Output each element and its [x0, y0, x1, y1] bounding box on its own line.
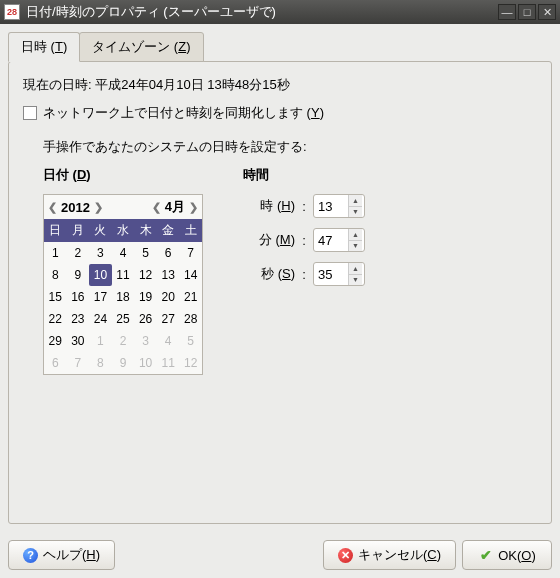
help-button[interactable]: ? ヘルプ(H)	[8, 540, 115, 570]
current-datetime-value: 平成24年04月10日 13時48分15秒	[95, 77, 289, 92]
cancel-button[interactable]: ✕ キャンセル(C)	[323, 540, 456, 570]
calendar-day[interactable]: 21	[179, 286, 202, 308]
tab-timezone[interactable]: タイムゾーン (Z)	[79, 32, 203, 62]
calendar-day[interactable]: 7	[179, 242, 202, 264]
titlebar-buttons: — □ ✕	[498, 4, 556, 20]
calendar-day[interactable]: 8	[89, 352, 112, 374]
calendar-day[interactable]: 13	[157, 264, 180, 286]
second-spinbox[interactable]: ▲ ▼	[313, 262, 365, 286]
hour-spinbox[interactable]: ▲ ▼	[313, 194, 365, 218]
minute-input[interactable]	[314, 229, 348, 251]
calendar: ❮ 2012 ❯ ❮ 4月 ❯ 日月火水木金土1234567	[43, 194, 203, 375]
calendar-day[interactable]: 3	[134, 330, 157, 352]
manual-label: 手操作であなたのシステムの日時を設定する:	[43, 138, 537, 156]
calendar-day[interactable]: 1	[89, 330, 112, 352]
calendar-day[interactable]: 6	[44, 352, 67, 374]
manual-section: 手操作であなたのシステムの日時を設定する: 日付 (D) ❮ 2012 ❯	[23, 138, 537, 375]
minute-down-button[interactable]: ▼	[349, 241, 362, 252]
titlebar: 28 日付/時刻のプロパティ (スーパーユーザで) — □ ✕	[0, 0, 560, 24]
calendar-day[interactable]: 20	[157, 286, 180, 308]
minute-up-button[interactable]: ▲	[349, 229, 362, 241]
calendar-day[interactable]: 4	[157, 330, 180, 352]
date-column: 日付 (D) ❮ 2012 ❯ ❮ 4月	[43, 166, 203, 375]
hour-down-button[interactable]: ▼	[349, 207, 362, 218]
second-label: 秒 (S)	[243, 265, 295, 283]
tab-datetime-label: 日時 (T)	[21, 39, 67, 54]
tab-datetime[interactable]: 日時 (T)	[8, 32, 80, 62]
sync-checkbox[interactable]	[23, 106, 37, 120]
calendar-day[interactable]: 10	[89, 264, 112, 286]
app-icon: 28	[4, 4, 20, 20]
minute-row: 分 (M) : ▲ ▼	[243, 228, 365, 252]
calendar-day[interactable]: 11	[112, 264, 135, 286]
weekday-header: 火	[89, 219, 112, 242]
calendar-day[interactable]: 14	[179, 264, 202, 286]
hour-up-button[interactable]: ▲	[349, 195, 362, 207]
calendar-day[interactable]: 18	[112, 286, 135, 308]
tab-timezone-label: タイムゾーン (Z)	[92, 39, 190, 54]
hour-row: 時 (H) : ▲ ▼	[243, 194, 365, 218]
date-heading: 日付 (D)	[43, 166, 203, 184]
calendar-day[interactable]: 10	[134, 352, 157, 374]
cancel-icon: ✕	[338, 548, 353, 563]
weekday-header: 金	[157, 219, 180, 242]
minute-label: 分 (M)	[243, 231, 295, 249]
calendar-day[interactable]: 16	[67, 286, 90, 308]
maximize-button[interactable]: □	[518, 4, 536, 20]
cancel-button-label: キャンセル(C)	[358, 546, 441, 564]
calendar-day[interactable]: 29	[44, 330, 67, 352]
hour-input[interactable]	[314, 195, 348, 217]
colon: :	[299, 267, 309, 282]
second-down-button[interactable]: ▼	[349, 275, 362, 286]
prev-month-button[interactable]: ❮	[150, 201, 163, 214]
current-datetime-row: 現在の日時: 平成24年04月10日 13時48分15秒	[23, 76, 537, 94]
calendar-day[interactable]: 23	[67, 308, 90, 330]
weekday-header: 土	[179, 219, 202, 242]
calendar-year: 2012	[61, 200, 90, 215]
sync-label: ネットワーク上で日付と時刻を同期化します (Y)	[43, 104, 324, 122]
calendar-day[interactable]: 9	[112, 352, 135, 374]
next-month-button[interactable]: ❯	[187, 201, 200, 214]
calendar-day[interactable]: 5	[179, 330, 202, 352]
calendar-day[interactable]: 6	[157, 242, 180, 264]
calendar-day[interactable]: 1	[44, 242, 67, 264]
calendar-day[interactable]: 17	[89, 286, 112, 308]
calendar-day[interactable]: 25	[112, 308, 135, 330]
calendar-day[interactable]: 11	[157, 352, 180, 374]
calendar-day[interactable]: 4	[112, 242, 135, 264]
weekday-header: 水	[112, 219, 135, 242]
calendar-day[interactable]: 7	[67, 352, 90, 374]
minimize-button[interactable]: —	[498, 4, 516, 20]
time-heading: 時間	[243, 166, 365, 184]
calendar-day[interactable]: 22	[44, 308, 67, 330]
calendar-day[interactable]: 26	[134, 308, 157, 330]
calendar-day[interactable]: 27	[157, 308, 180, 330]
second-up-button[interactable]: ▲	[349, 263, 362, 275]
footer: ? ヘルプ(H) ✕ キャンセル(C) ✔ OK(O)	[0, 532, 560, 578]
calendar-day[interactable]: 5	[134, 242, 157, 264]
calendar-day[interactable]: 9	[67, 264, 90, 286]
help-button-label: ヘルプ(H)	[43, 546, 100, 564]
ok-button[interactable]: ✔ OK(O)	[462, 540, 552, 570]
calendar-day[interactable]: 2	[67, 242, 90, 264]
close-button[interactable]: ✕	[538, 4, 556, 20]
calendar-day[interactable]: 28	[179, 308, 202, 330]
calendar-day[interactable]: 19	[134, 286, 157, 308]
calendar-day[interactable]: 30	[67, 330, 90, 352]
titlebar-text: 日付/時刻のプロパティ (スーパーユーザで)	[26, 3, 492, 21]
calendar-day[interactable]: 2	[112, 330, 135, 352]
next-year-button[interactable]: ❯	[92, 201, 105, 214]
ok-icon: ✔	[478, 548, 493, 563]
calendar-day[interactable]: 8	[44, 264, 67, 286]
calendar-day[interactable]: 12	[134, 264, 157, 286]
calendar-day[interactable]: 24	[89, 308, 112, 330]
hour-label: 時 (H)	[243, 197, 295, 215]
minute-spinbox[interactable]: ▲ ▼	[313, 228, 365, 252]
sync-row: ネットワーク上で日付と時刻を同期化します (Y)	[23, 104, 537, 122]
second-input[interactable]	[314, 263, 348, 285]
calendar-day[interactable]: 3	[89, 242, 112, 264]
weekday-header: 日	[44, 219, 67, 242]
calendar-day[interactable]: 12	[179, 352, 202, 374]
prev-year-button[interactable]: ❮	[46, 201, 59, 214]
calendar-day[interactable]: 15	[44, 286, 67, 308]
